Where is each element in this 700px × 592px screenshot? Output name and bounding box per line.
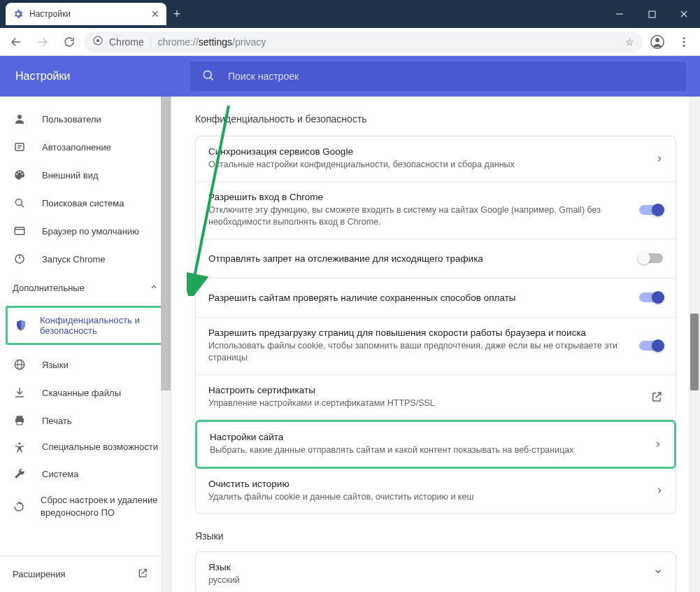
row-title: Разрешить сайтам проверять наличие сохра… (208, 293, 631, 303)
row-subtitle: Выбрать, какие данные отправлять сайтам … (210, 444, 646, 457)
tab-close-icon[interactable]: ✕ (151, 8, 159, 20)
sidebar-item-system[interactable]: Система (0, 460, 171, 488)
sidebar-extensions[interactable]: Расширения (0, 556, 161, 592)
row-title: Синхронизация сервисов Google (208, 146, 648, 157)
browser-tab-active[interactable]: Настройки ✕ (6, 3, 166, 25)
sidebar-active-highlight: Конфиденциальность и безопасность (6, 306, 165, 345)
site-info-icon[interactable] (92, 35, 103, 48)
wrench-icon (13, 467, 27, 480)
chevron-down-icon (653, 567, 663, 579)
window-maximize-button[interactable] (636, 0, 668, 28)
row-sync-services[interactable]: Синхронизация сервисов Google Остальные … (196, 136, 676, 182)
row-certificates[interactable]: Настроить сертификаты Управление настрой… (196, 375, 676, 420)
window-controls (603, 0, 700, 28)
row-site-settings[interactable]: Настройки сайта Выбрать, какие данные от… (197, 422, 674, 467)
svg-rect-1 (649, 11, 655, 17)
settings-sidebar: Пользователи Автозаполнение Внешний вид … (0, 97, 171, 592)
svg-point-5 (97, 39, 99, 42)
settings-search[interactable] (190, 62, 686, 91)
row-subtitle: Управление настройками и сертификатами H… (208, 397, 642, 410)
bookmark-star-icon[interactable]: ☆ (625, 36, 634, 48)
language-card[interactable]: Язык русский (195, 551, 676, 592)
url-secure-label: Chrome (109, 36, 144, 48)
palette-icon (13, 169, 27, 181)
new-tab-button[interactable]: + (166, 3, 187, 24)
svg-line-12 (210, 77, 213, 80)
sidebar-item-label: Запуск Chrome (42, 254, 106, 265)
row-clear-history[interactable]: Очистить историю Удалить файлы cookie и … (196, 469, 676, 514)
address-bar[interactable]: Chrome | chrome:// settings /privacy ☆ (84, 31, 643, 52)
toggle-allow-signin[interactable] (639, 205, 663, 215)
url-scheme: chrome:// (157, 36, 198, 48)
sidebar-item-privacy[interactable]: Конфиденциальность и безопасность (8, 308, 163, 343)
sidebar-item-print[interactable]: Печать (0, 407, 171, 435)
svg-rect-14 (15, 143, 24, 151)
row-subtitle: Остальные настройки конфиденциальности, … (208, 159, 648, 171)
svg-point-11 (203, 71, 211, 78)
row-title: Настройки сайта (210, 432, 646, 442)
sidebar-item-autofill[interactable]: Автозаполнение (0, 133, 171, 161)
settings-search-input[interactable] (228, 71, 675, 82)
sidebar-item-default-browser[interactable]: Браузер по умолчанию (0, 217, 171, 245)
sidebar-item-label: Пользователи (42, 114, 101, 125)
settings-header: Настройки (0, 56, 700, 97)
row-allow-signin[interactable]: Разрешить вход в Chrome Отключите эту фу… (196, 182, 676, 239)
svg-point-29 (19, 442, 21, 444)
row-title: Настроить сертификаты (208, 385, 642, 395)
row-preload[interactable]: Разрешить предзагрузку страниц для повыш… (196, 318, 676, 375)
window-minimize-button[interactable] (603, 0, 636, 28)
browser-menu-icon[interactable] (672, 30, 696, 54)
svg-point-8 (683, 37, 685, 39)
site-settings-card: Настройки сайта Выбрать, какие данные от… (195, 420, 676, 469)
window-close-button[interactable] (668, 0, 700, 28)
row-title: Разрешить вход в Chrome (208, 192, 631, 202)
row-subtitle: Отключите эту функцию, вы сможете входит… (208, 204, 631, 229)
person-icon (13, 113, 27, 125)
chevron-right-icon (655, 439, 662, 449)
privacy-card: Синхронизация сервисов Google Остальные … (195, 136, 676, 420)
svg-rect-26 (17, 416, 23, 418)
sidebar-item-languages[interactable]: Языки (0, 351, 171, 379)
row-payment-check[interactable]: Разрешить сайтам проверять наличие сохра… (196, 279, 676, 318)
row-title: Отправлять запрет на отслеживание для ис… (208, 253, 631, 264)
sidebar-item-label: Конфиденциальность и безопасность (40, 315, 156, 336)
globe-icon (13, 358, 27, 371)
nav-forward-button[interactable] (31, 30, 55, 54)
sidebar-item-downloads[interactable]: Скачанные файлы (0, 379, 171, 407)
toggle-dnt[interactable] (639, 253, 663, 263)
sidebar-scrollbar[interactable] (161, 97, 171, 592)
sidebar-item-search-engine[interactable]: Поисковая система (0, 189, 171, 217)
restore-icon (13, 500, 25, 513)
main-scrollbar[interactable] (689, 97, 700, 592)
sidebar-item-label: Специальные возможности (42, 441, 158, 453)
nav-reload-button[interactable] (57, 30, 81, 54)
clear-history-card: Очистить историю Удалить файлы cookie и … (195, 469, 676, 514)
browser-toolbar: Chrome | chrome:// settings /privacy ☆ (0, 28, 700, 56)
svg-point-9 (683, 41, 685, 43)
scrollbar-thumb[interactable] (161, 97, 171, 390)
open-external-icon (650, 390, 663, 403)
extensions-label: Расширения (13, 569, 66, 579)
sidebar-item-label: Поисковая система (42, 198, 124, 209)
window-titlebar: Настройки ✕ + (0, 0, 700, 28)
nav-back-button[interactable] (4, 30, 28, 54)
toggle-payment[interactable] (639, 293, 663, 302)
scrollbar-thumb[interactable] (690, 313, 699, 390)
autofill-icon (13, 141, 27, 153)
sidebar-item-users[interactable]: Пользователи (0, 105, 171, 133)
sidebar-item-label: Сброс настроек и удаление вредоносного П… (41, 494, 158, 519)
section-title-languages: Языки (195, 530, 676, 542)
row-do-not-track[interactable]: Отправлять запрет на отслеживание для ис… (196, 239, 676, 279)
svg-line-18 (21, 204, 24, 207)
tab-title: Настройки (29, 9, 145, 19)
sidebar-item-reset[interactable]: Сброс настроек и удаление вредоносного П… (0, 488, 171, 525)
toggle-preload[interactable] (639, 341, 663, 351)
sidebar-item-startup[interactable]: Запуск Chrome (0, 245, 171, 273)
sidebar-item-appearance[interactable]: Внешний вид (0, 161, 171, 189)
sidebar-advanced-toggle[interactable]: Дополнительные (0, 273, 171, 303)
tab-favicon-gear-icon (13, 8, 24, 20)
shield-icon (15, 319, 27, 332)
profile-avatar-icon[interactable] (645, 30, 669, 54)
sidebar-item-accessibility[interactable]: Специальные возможности (0, 435, 171, 460)
chevron-right-icon (656, 154, 663, 164)
